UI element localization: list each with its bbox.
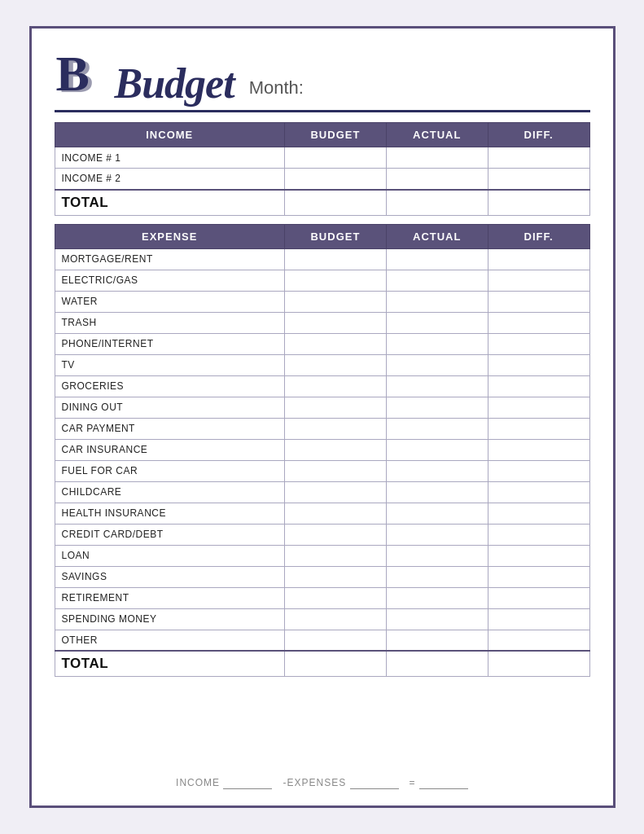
income-total-actual[interactable] <box>386 190 488 216</box>
expense-budget-18[interactable] <box>285 630 387 651</box>
income-diff-header: DIFF. <box>488 123 589 147</box>
expense-actual-14[interactable] <box>386 545 488 566</box>
expense-budget-1[interactable] <box>285 270 387 291</box>
income2-actual[interactable] <box>386 169 488 190</box>
logo-b-dark: B <box>56 48 90 99</box>
expense-budget-13[interactable] <box>285 524 387 545</box>
expense-budget-0[interactable] <box>285 248 387 270</box>
expense-diff-18[interactable] <box>488 630 589 651</box>
expense-diff-12[interactable] <box>488 503 589 524</box>
table-row: MORTGAGE/RENT <box>55 248 589 270</box>
expense-actual-0[interactable] <box>386 248 488 270</box>
expense-label-6: GROCERIES <box>55 375 285 397</box>
expense-diff-16[interactable] <box>488 587 589 608</box>
income-total-diff[interactable] <box>488 190 589 216</box>
expense-actual-6[interactable] <box>386 375 488 397</box>
income1-actual[interactable] <box>386 147 488 169</box>
footer-formula: INCOME -EXPENSES = <box>55 774 590 789</box>
expense-diff-1[interactable] <box>488 270 589 291</box>
income-budget-header: BUDGET <box>285 123 387 147</box>
footer-income-value[interactable] <box>223 777 272 789</box>
expense-actual-13[interactable] <box>386 524 488 545</box>
expense-diff-10[interactable] <box>488 460 589 481</box>
expense-budget-12[interactable] <box>285 503 387 524</box>
expense-actual-3[interactable] <box>386 312 488 333</box>
expense-label-3: TRASH <box>55 312 285 333</box>
expense-actual-7[interactable] <box>386 397 488 418</box>
expense-label-12: HEALTH INSURANCE <box>55 503 285 524</box>
expense-label-17: SPENDING MONEY <box>55 608 285 630</box>
footer-equals: = <box>410 777 416 788</box>
expense-budget-3[interactable] <box>285 312 387 333</box>
expense-budget-4[interactable] <box>285 333 387 354</box>
table-row: INCOME # 1 <box>55 147 589 169</box>
expense-diff-3[interactable] <box>488 312 589 333</box>
table-row: GROCERIES <box>55 375 589 397</box>
tables-container: INCOME BUDGET ACTUAL DIFF. INCOME # 1 IN… <box>55 122 590 764</box>
table-row: ELECTRIC/GAS <box>55 270 589 291</box>
expense-diff-13[interactable] <box>488 524 589 545</box>
expense-budget-11[interactable] <box>285 481 387 503</box>
table-row: FUEL FOR CAR <box>55 460 589 481</box>
footer-expenses-label: -EXPENSES <box>283 777 346 788</box>
footer-result-value[interactable] <box>419 777 468 789</box>
expense-budget-7[interactable] <box>285 397 387 418</box>
expense-actual-5[interactable] <box>386 354 488 375</box>
expense-diff-2[interactable] <box>488 291 589 312</box>
expense-diff-17[interactable] <box>488 608 589 630</box>
income1-budget[interactable] <box>285 147 387 169</box>
income-actual-header: ACTUAL <box>386 123 488 147</box>
expense-actual-2[interactable] <box>386 291 488 312</box>
expense-budget-9[interactable] <box>285 439 387 460</box>
expense-label-2: WATER <box>55 291 285 312</box>
expense-diff-8[interactable] <box>488 418 589 439</box>
expense-diff-4[interactable] <box>488 333 589 354</box>
expense-budget-17[interactable] <box>285 608 387 630</box>
expense-budget-16[interactable] <box>285 587 387 608</box>
budget-title: Budget <box>115 63 234 105</box>
expense-diff-11[interactable] <box>488 481 589 503</box>
expense-diff-6[interactable] <box>488 375 589 397</box>
expense-actual-4[interactable] <box>386 333 488 354</box>
expense-budget-6[interactable] <box>285 375 387 397</box>
expense-actual-1[interactable] <box>386 270 488 291</box>
expense-actual-15[interactable] <box>386 566 488 587</box>
expense-actual-16[interactable] <box>386 587 488 608</box>
expense-diff-9[interactable] <box>488 439 589 460</box>
expense-label-11: CHILDCARE <box>55 481 285 503</box>
expense-actual-11[interactable] <box>386 481 488 503</box>
expense-actual-9[interactable] <box>386 439 488 460</box>
expense-label-5: TV <box>55 354 285 375</box>
income1-diff[interactable] <box>488 147 589 169</box>
expense-budget-14[interactable] <box>285 545 387 566</box>
expense-diff-14[interactable] <box>488 545 589 566</box>
header-text: Budget <box>115 63 234 105</box>
expense-actual-10[interactable] <box>386 460 488 481</box>
expense-label-13: CREDIT CARD/DEBT <box>55 524 285 545</box>
income2-diff[interactable] <box>488 169 589 190</box>
income2-budget[interactable] <box>285 169 387 190</box>
footer-expenses-value[interactable] <box>350 777 399 789</box>
expense-budget-header: BUDGET <box>285 224 387 248</box>
expense-diff-7[interactable] <box>488 397 589 418</box>
expense-budget-8[interactable] <box>285 418 387 439</box>
income-total-budget[interactable] <box>285 190 387 216</box>
expense-total-budget[interactable] <box>285 651 387 677</box>
logo: B B <box>55 48 112 105</box>
expense-actual-17[interactable] <box>386 608 488 630</box>
expense-actual-8[interactable] <box>386 418 488 439</box>
expense-budget-5[interactable] <box>285 354 387 375</box>
table-row: OTHER <box>55 630 589 651</box>
expense-budget-10[interactable] <box>285 460 387 481</box>
expense-diff-0[interactable] <box>488 248 589 270</box>
expense-diff-5[interactable] <box>488 354 589 375</box>
expense-diff-15[interactable] <box>488 566 589 587</box>
expense-table: EXPENSE BUDGET ACTUAL DIFF. MORTGAGE/REN… <box>55 224 590 678</box>
expense-actual-18[interactable] <box>386 630 488 651</box>
expense-budget-15[interactable] <box>285 566 387 587</box>
expense-total-actual[interactable] <box>386 651 488 677</box>
table-row: CAR PAYMENT <box>55 418 589 439</box>
expense-total-diff[interactable] <box>488 651 589 677</box>
expense-budget-2[interactable] <box>285 291 387 312</box>
expense-actual-12[interactable] <box>386 503 488 524</box>
